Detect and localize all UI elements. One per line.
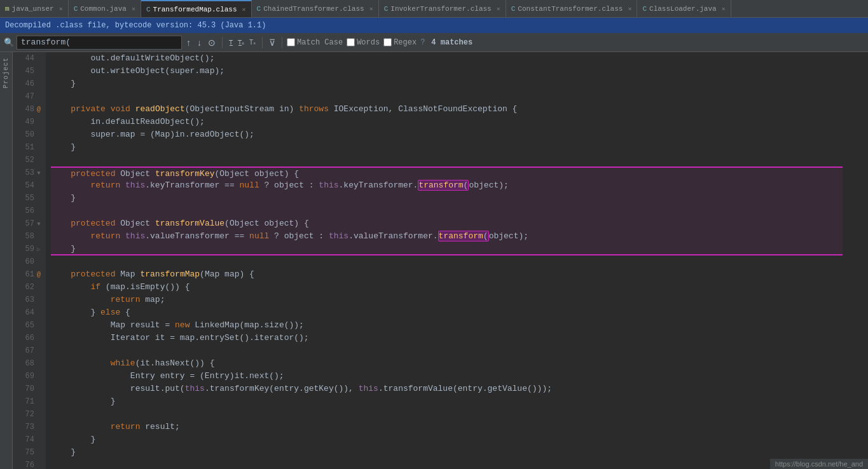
code-line-44: out.defaultWriteObject(); — [51, 52, 843, 65]
tab-icon-common-java: C — [74, 5, 78, 13]
tab-label-classloader-java: ClassLoader.java — [649, 5, 717, 13]
code-line-64: } else { — [51, 306, 843, 319]
tab-close-chained-transformer[interactable]: ✕ — [369, 5, 373, 13]
search-separator-1 — [222, 37, 223, 48]
code-line-59: } — [51, 243, 843, 255]
search-bar: 🔍 ↑ ↓ ⊙ T̲ T̲ₐ Tₓ ⊽ Match Case Words Reg… — [0, 33, 868, 52]
line-number-59: 59 — [17, 245, 34, 254]
tab-java-unser[interactable]: m java_unser ✕ — [0, 0, 69, 18]
regex-checkbox[interactable] — [383, 38, 392, 46]
line-number-76: 76 — [17, 461, 34, 469]
words-label[interactable]: Words — [347, 38, 380, 47]
gutter-line-57: 57▼ — [13, 217, 46, 230]
code-line-72 — [51, 408, 843, 421]
search-prev-match-button[interactable]: ↑ — [184, 38, 193, 47]
gutter-line-58: 58 — [13, 230, 46, 243]
code-line-53: protected Object transformKey(Object obj… — [51, 167, 843, 179]
search-help-icon[interactable]: ? — [420, 38, 425, 47]
words-checkbox[interactable] — [347, 38, 355, 46]
gutter-line-51: 51 — [13, 141, 46, 154]
tab-chained-transformer[interactable]: C ChainedTransformer.class ✕ — [252, 0, 379, 18]
line-number-70: 70 — [17, 384, 34, 393]
tab-close-classloader-java[interactable]: ✕ — [722, 5, 726, 13]
line-number-62: 62 — [17, 283, 34, 292]
tab-close-constant-transformer[interactable]: ✕ — [628, 5, 631, 13]
tab-common-java[interactable]: C Common.java ✕ — [69, 0, 141, 18]
match-case-checkbox[interactable] — [287, 38, 295, 46]
gutter-line-56: 56 — [13, 205, 46, 217]
code-line-66: Iterator it = map.entrySet().iterator(); — [51, 332, 843, 344]
search-icon-btn-3[interactable]: Tₓ — [247, 39, 258, 46]
line-number-58: 58 — [17, 232, 34, 241]
decompiled-banner-text: Decompiled .class file, bytecode version… — [5, 21, 266, 30]
line-number-44: 44 — [17, 54, 34, 63]
search-icon-btn-2[interactable]: T̲ₐ — [236, 39, 246, 46]
tab-classloader-java[interactable]: C ClassLoader.java ✕ — [637, 0, 731, 18]
code-line-56 — [51, 205, 843, 217]
search-input[interactable] — [17, 36, 182, 50]
code-line-68: while(it.hasNext()) { — [51, 357, 843, 370]
code-line-52 — [51, 154, 843, 167]
line-number-45: 45 — [17, 67, 34, 76]
editor-section: 4445464748@4950515253▼54555657▼5859▷6061… — [13, 52, 868, 469]
gutter-line-64: 64 — [13, 306, 46, 319]
code-line-50: super.map = (Map)in.readObject(); — [51, 128, 843, 141]
code-line-51: } — [51, 141, 843, 154]
line-number-60: 60 — [17, 257, 34, 266]
search-filter-button[interactable]: ⊽ — [267, 38, 277, 47]
match-case-label[interactable]: Match Case — [287, 38, 343, 47]
search-next-match-button[interactable]: ↓ — [195, 38, 203, 47]
gutter-line-67: 67 — [13, 344, 46, 357]
gutter-line-52: 52 — [13, 154, 46, 167]
tab-invoker-transformer[interactable]: C InvokerTransformer.class ✕ — [379, 0, 506, 18]
tab-close-java-unser[interactable]: ✕ — [59, 5, 63, 13]
search-find-button[interactable]: ⊙ — [206, 38, 217, 47]
line-number-57: 57 — [17, 219, 34, 228]
line-number-49: 49 — [17, 118, 34, 126]
code-line-69: Entry entry = (Entry)it.next(); — [51, 370, 843, 383]
search-icon: 🔍 — [4, 37, 14, 48]
code-line-74: } — [51, 433, 843, 446]
code-line-63: return map; — [51, 294, 843, 306]
gutter-line-62: 62 — [13, 281, 46, 294]
gutter-area: 4445464748@4950515253▼54555657▼5859▷6061… — [13, 52, 46, 469]
gutter-line-60: 60 — [13, 255, 46, 268]
tab-transformed-map[interactable]: C TransformedMap.class ✕ — [141, 0, 252, 18]
code-line-46: } — [51, 78, 843, 90]
search-options: Match Case Words Regex ? — [287, 38, 425, 47]
gutter-line-59: 59▷ — [13, 243, 46, 255]
search-icon-btn-1[interactable]: T̲ — [227, 39, 235, 46]
tab-close-common-java[interactable]: ✕ — [132, 5, 135, 13]
line-number-61: 61 — [17, 270, 34, 279]
tab-label-invoker-transformer: InvokerTransformer.class — [390, 5, 491, 13]
tab-icon-invoker-transformer: C — [384, 5, 389, 13]
gutter-marker-61: @ — [34, 271, 43, 278]
tab-constant-transformer[interactable]: C ConstantTransformer.class ✕ — [506, 0, 638, 18]
line-number-74: 74 — [17, 435, 34, 444]
gutter-line-72: 72 — [13, 408, 46, 421]
code-line-54: return this.keyTransformer == null ? obj… — [51, 179, 843, 192]
match-case-text: Match Case — [297, 38, 343, 47]
main-area: Project 4445464748@4950515253▼54555657▼5… — [0, 52, 868, 469]
line-number-56: 56 — [17, 207, 34, 215]
line-number-48: 48 — [17, 105, 34, 114]
gutter-line-70: 70 — [13, 383, 46, 395]
code-line-60 — [51, 255, 843, 268]
line-number-75: 75 — [17, 448, 34, 457]
line-number-51: 51 — [17, 143, 34, 152]
gutter-line-47: 47 — [13, 90, 46, 103]
decompiled-banner: Decompiled .class file, bytecode version… — [0, 18, 868, 33]
gutter-line-53: 53▼ — [13, 167, 46, 179]
line-number-64: 64 — [17, 308, 34, 317]
tab-close-transformed-map[interactable]: ✕ — [242, 6, 246, 13]
line-number-47: 47 — [17, 92, 34, 101]
code-line-57: protected Object transformValue(Object o… — [51, 217, 843, 230]
regex-label[interactable]: Regex — [383, 38, 417, 47]
main-layout: m java_unser ✕ C Common.java ✕ C Transfo… — [0, 0, 868, 469]
tab-close-invoker-transformer[interactable]: ✕ — [497, 5, 500, 13]
gutter-line-73: 73 — [13, 421, 46, 433]
code-scroll[interactable]: out.defaultWriteObject(); out.writeObjec… — [46, 52, 868, 469]
gutter-line-49: 49 — [13, 116, 46, 128]
tab-icon-classloader-java: C — [642, 5, 647, 13]
line-number-69: 69 — [17, 372, 34, 381]
